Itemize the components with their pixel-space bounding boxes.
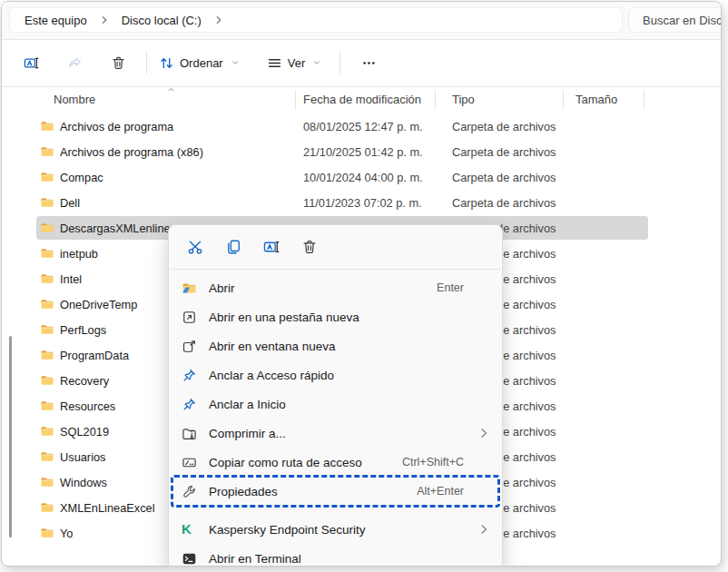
file-name: PerfLogs <box>60 323 106 337</box>
more-dots-icon <box>361 55 377 71</box>
delete-icon <box>301 239 318 255</box>
folder-icon <box>40 195 54 210</box>
search-input[interactable]: Buscar en Disc <box>628 7 722 33</box>
folder-icon <box>40 144 54 159</box>
column-header-size[interactable]: Tamaño <box>576 93 617 106</box>
toolbar-separator <box>146 52 147 74</box>
submenu-arrow-icon <box>477 426 491 440</box>
file-name: Archivos de programa <box>60 120 173 133</box>
context-menu: AbrirEnterAbrir en una pestaña nuevaAbri… <box>168 224 503 567</box>
breadcrumb[interactable]: Este equipo Disco local (C:) <box>9 7 623 33</box>
toolbar: Ordenar Ver <box>2 40 721 85</box>
column-header-row: Nombre Fecha de modificación Tipo Tamaño <box>2 87 721 113</box>
menu-item-abrir-en-terminal[interactable]: Abrir en Terminal <box>172 544 498 567</box>
file-row[interactable]: Dell11/01/2023 07:02 p. m.Carpeta de arc… <box>2 190 721 215</box>
folder-icon <box>40 399 54 413</box>
menu-item-label: Copiar como ruta de acceso <box>209 456 402 469</box>
view-lines-icon <box>267 55 282 71</box>
toolbar-separator <box>339 52 340 74</box>
file-name: Yo <box>60 527 73 540</box>
more-button[interactable] <box>347 46 390 79</box>
breadcrumb-item-disco-local[interactable]: Disco local (C:) <box>116 11 207 30</box>
cut-icon <box>187 239 203 255</box>
file-name: Windows <box>60 476 107 489</box>
wrench-icon <box>182 484 197 499</box>
cut-button[interactable] <box>180 232 211 262</box>
file-row[interactable]: Archivos de programa (x86)21/10/2025 01:… <box>2 139 721 164</box>
menu-item-kaspersky-endpoint-security[interactable]: KKaspersky Endpoint Security <box>172 515 498 544</box>
menu-item-copiar-como-ruta-de-acceso[interactable]: Copiar como ruta de accesoCtrl+Shift+C <box>172 448 498 477</box>
delete-button[interactable] <box>294 232 325 262</box>
terminal-icon <box>182 551 197 567</box>
file-name: Dell <box>60 196 80 210</box>
menu-item-shortcut: Ctrl+Shift+C <box>402 456 464 468</box>
folder-icon <box>40 500 54 515</box>
rename-icon <box>263 239 280 255</box>
copy-icon <box>225 239 241 255</box>
folder-icon <box>40 170 54 184</box>
file-name: inetpub <box>60 247 98 261</box>
pin-icon <box>182 397 197 412</box>
menu-item-abrir-en-ventana-nueva[interactable]: Abrir en ventana nueva <box>172 331 498 360</box>
menu-item-abrir[interactable]: AbrirEnter <box>172 273 498 302</box>
folder-icon <box>40 348 54 362</box>
menu-item-shortcut: Enter <box>437 281 464 294</box>
address-row: Este equipo Disco local (C:) Buscar en D… <box>2 2 721 39</box>
folder-open-icon <box>182 281 197 296</box>
file-row[interactable]: Compac10/01/2024 04:00 p. m.Carpeta de a… <box>2 164 721 190</box>
view-button[interactable]: Ver <box>261 46 328 79</box>
share-button[interactable] <box>53 46 96 79</box>
file-name: Intel <box>60 272 82 286</box>
chevron-right-icon <box>212 14 225 26</box>
breadcrumb-item-este-equipo[interactable]: Este equipo <box>19 11 93 30</box>
menu-item-anclar-a-acceso-r-pido[interactable]: Anclar a Acceso rápido <box>172 360 498 390</box>
file-name: XMLEnLineaExcel <box>60 501 155 515</box>
menu-item-comprimir-a[interactable]: Comprimir a... <box>172 419 498 448</box>
folder-icon <box>40 526 54 540</box>
menu-item-label: Anclar a Inicio <box>209 398 464 411</box>
file-date: 10/01/2024 04:00 p. m. <box>303 171 423 184</box>
column-header-date[interactable]: Fecha de modificación <box>303 93 421 106</box>
column-separator[interactable] <box>644 90 644 110</box>
file-name: DescargasXMLenlinea <box>60 222 177 235</box>
file-row[interactable]: Archivos de programa08/01/2025 12:47 p. … <box>2 113 721 139</box>
rename-icon <box>24 55 39 71</box>
menu-item-label: Kaspersky Endpoint Security <box>209 523 464 537</box>
file-name: Archivos de programa (x86) <box>60 145 203 159</box>
delete-button[interactable] <box>96 46 140 79</box>
open-new-window-icon <box>182 339 197 354</box>
file-name: Resources <box>60 399 115 413</box>
sort-arrows-icon <box>159 55 174 71</box>
folder-icon <box>40 424 54 439</box>
sort-button[interactable]: Ordenar <box>153 46 245 79</box>
sort-label: Ordenar <box>180 56 223 70</box>
column-header-type[interactable]: Tipo <box>452 93 475 106</box>
rename-button[interactable] <box>256 232 287 262</box>
rename-button[interactable] <box>9 46 53 79</box>
column-separator[interactable] <box>563 90 564 110</box>
file-type: Carpeta de archivos <box>452 171 556 184</box>
menu-item-propiedades[interactable]: PropiedadesAlt+Enter <box>172 477 498 506</box>
menu-item-label: Comprimir a... <box>209 427 464 440</box>
file-name: Recovery <box>60 374 109 388</box>
search-text: Buscar en Disc <box>643 14 722 27</box>
folder-icon <box>40 221 54 235</box>
file-date: 21/10/2025 01:42 p. m. <box>303 145 423 159</box>
chevron-right-icon <box>98 14 111 26</box>
column-separator[interactable] <box>435 90 436 110</box>
explorer-window: Este equipo Disco local (C:) Buscar en D… <box>1 1 722 567</box>
folder-icon <box>40 322 54 337</box>
menu-item-label: Propiedades <box>209 485 417 498</box>
menu-item-anclar-a-inicio[interactable]: Anclar a Inicio <box>172 390 498 419</box>
file-date: 11/01/2023 07:02 p. m. <box>303 196 422 210</box>
column-separator[interactable] <box>295 90 296 110</box>
scrollbar-thumb[interactable] <box>9 336 12 537</box>
folder-icon <box>40 297 54 311</box>
file-name: Compac <box>60 171 103 184</box>
column-header-name[interactable]: Nombre <box>54 93 95 106</box>
menu-item-abrir-en-una-pesta-a-nueva[interactable]: Abrir en una pestaña nueva <box>172 302 498 331</box>
copy-button[interactable] <box>218 232 249 262</box>
file-type: Carpeta de archivos <box>452 120 556 133</box>
menu-item-label: Abrir <box>209 281 437 295</box>
sort-ascending-icon <box>166 84 176 94</box>
